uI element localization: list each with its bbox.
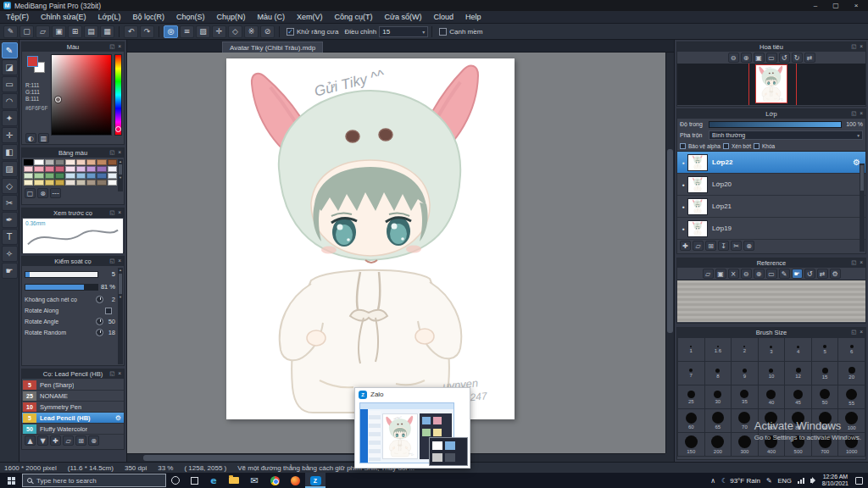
brush-size-7[interactable]: 7 [678, 362, 704, 385]
panel-popout-close-icons[interactable]: ◱ × [851, 329, 864, 336]
foreground-color-swatch[interactable] [27, 56, 38, 67]
grid-icon[interactable]: ▦ [100, 25, 114, 38]
palette-swatch-4[interactable] [65, 159, 75, 165]
ref-flip-icon[interactable]: ⇄ [817, 269, 828, 279]
rotate-along-checkbox[interactable] [105, 308, 112, 314]
fit-window-icon[interactable]: ▣ [754, 53, 765, 63]
lock-checkbox[interactable] [754, 143, 760, 149]
panel-popout-close-icons[interactable]: ◱ × [109, 209, 122, 216]
palette-swatch-34[interactable] [97, 180, 106, 186]
panel-popout-close-icons[interactable]: ◱ × [851, 43, 864, 50]
brush-settings-gear-icon[interactable]: ⚙ [115, 414, 121, 422]
palette-swatch-23[interactable] [76, 173, 86, 179]
brush-size-40[interactable]: 40 [759, 385, 785, 408]
paste-icon[interactable]: ▤ [84, 25, 98, 38]
notification-center-icon[interactable] [855, 477, 863, 485]
document-tab[interactable]: Avatar Tiky (Chibi Trâu).mdp [222, 42, 323, 53]
divide-tool[interactable]: ✂ [2, 195, 18, 211]
undo-icon[interactable]: ↶ [124, 25, 138, 38]
brush-size-3[interactable]: 3 [759, 338, 785, 361]
palette-swatch-31[interactable] [65, 180, 75, 186]
ref-hand-icon[interactable]: ☛ [792, 269, 803, 279]
start-button[interactable] [0, 473, 22, 488]
fill-tool[interactable]: ◧ [2, 144, 18, 160]
brush-size-20[interactable]: 20 [838, 362, 865, 385]
palette-swatch-18[interactable] [24, 173, 33, 179]
cortana-button[interactable] [166, 473, 185, 488]
brush-size-15[interactable]: 15 [812, 362, 838, 385]
taskbar-firefox-button[interactable] [285, 473, 305, 488]
brush-size-1000[interactable]: 1000 [838, 433, 865, 456]
menu-item-0[interactable]: Tệp(F) [0, 13, 35, 21]
panel-popout-close-icons[interactable]: ◱ × [109, 149, 122, 156]
palette-swatch-7[interactable] [97, 159, 106, 165]
layer-row-Lớp22[interactable]: ● Lớp22 ⚙ [677, 152, 865, 174]
palette-swatch-9[interactable] [24, 166, 33, 172]
brush-down-icon[interactable]: ▼ [37, 435, 48, 446]
hue-cursor[interactable] [115, 126, 121, 132]
text-tool[interactable]: T [2, 229, 18, 245]
brush-size-85[interactable]: 85 [785, 409, 811, 432]
clear-layer-icon[interactable]: ✂ [731, 241, 742, 251]
windows-ink-icon[interactable]: ✎ [764, 477, 775, 485]
eraser-tool[interactable]: ◪ [2, 59, 18, 75]
palette-swatch-28[interactable] [34, 180, 43, 186]
brush-size-200[interactable]: 200 [705, 433, 732, 456]
menu-item-6[interactable]: Màu (C) [252, 13, 292, 21]
saturation-value-field[interactable] [51, 54, 112, 136]
brush-size-30[interactable]: 30 [705, 385, 732, 408]
task-view-button[interactable] [185, 473, 203, 488]
blend-mode-select[interactable]: Bình thường ▾ [709, 130, 863, 140]
menu-item-1[interactable]: Chỉnh sửa(E) [35, 13, 92, 21]
antialias-mode-icon[interactable]: ◎ [164, 25, 178, 38]
add-brush-icon[interactable]: ✚ [50, 435, 61, 446]
taskbar-zalo-button[interactable]: Z [305, 473, 326, 488]
menu-item-4[interactable]: Chọn(S) [170, 13, 211, 21]
rotate-angle-dial[interactable] [96, 318, 103, 325]
tray-expand-icon[interactable]: ∧ [708, 477, 718, 485]
antialias-checkbox[interactable]: ✓ Khử răng cưa [287, 28, 338, 36]
delete-color-icon[interactable]: ⊗ [37, 188, 48, 198]
brush-size-60[interactable]: 60 [678, 409, 704, 432]
add-color-icon[interactable]: ▢ [25, 188, 36, 198]
layer-visibility-dot[interactable]: ● [679, 160, 687, 165]
palette-swatch-29[interactable] [45, 180, 54, 186]
control-point-tool[interactable]: ✒ [2, 212, 18, 228]
brush-size-500[interactable]: 500 [785, 433, 811, 456]
brush-pen-sharp-[interactable]: 5 Pen (Sharp) [22, 380, 124, 391]
alpha-protect-checkbox[interactable] [680, 143, 686, 149]
brush-icon[interactable]: ✎ [3, 25, 18, 38]
layer-list-scrollbar[interactable] [860, 164, 865, 252]
adjust-select[interactable]: 15 ▾ [379, 26, 428, 37]
palette-swatch-15[interactable] [86, 166, 96, 172]
close-button[interactable]: × [846, 2, 866, 9]
brush-fluffy-watercolor[interactable]: 50 Fluffy Watercolor [22, 424, 124, 435]
flip-horizontal-icon[interactable]: ⇄ [804, 53, 815, 63]
palette-swatch-8[interactable] [108, 159, 117, 165]
open-file-icon[interactable]: ▱ [36, 25, 50, 38]
layer-visibility-dot[interactable]: ● [679, 204, 687, 209]
palette-swatch-5[interactable] [76, 159, 86, 165]
folder-reference-icon[interactable]: ▣ [715, 269, 726, 279]
layer-visibility-dot[interactable]: ● [679, 182, 687, 187]
menu-item-11[interactable]: Help [459, 13, 487, 21]
color-cursor[interactable] [55, 97, 61, 103]
brush-size-50[interactable]: 50 [812, 385, 838, 408]
network-icon[interactable] [795, 477, 808, 484]
brush-control-scrollbar[interactable]: ▲▼ [118, 268, 123, 364]
menu-item-8[interactable]: Công cụ(T) [329, 13, 379, 21]
eyedropper-tool[interactable]: ✧ [2, 246, 18, 262]
palette-swatch-30[interactable] [55, 180, 64, 186]
palette-swatch-13[interactable] [65, 166, 75, 172]
menu-item-3[interactable]: Bộ lọc(R) [126, 13, 170, 21]
palette-swatch-10[interactable] [34, 166, 43, 172]
color-bar-icon[interactable]: ▥ [38, 133, 49, 143]
brush-size-150[interactable]: 150 [678, 433, 704, 456]
zalo-screenshot-thumbnail-2[interactable] [429, 437, 468, 466]
brush-size-35[interactable]: 35 [732, 385, 758, 408]
brush-size-9[interactable]: 9 [732, 362, 758, 385]
brush-size-12[interactable]: 12 [785, 362, 811, 385]
palette-swatch-21[interactable] [55, 173, 64, 179]
brush-opacity-slider[interactable]: 81 % [25, 281, 115, 292]
palette-swatch-11[interactable] [45, 166, 54, 172]
